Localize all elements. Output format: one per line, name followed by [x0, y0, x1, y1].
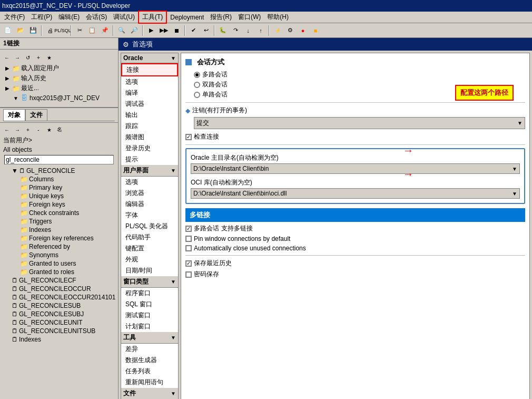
logout-select[interactable]: 提交 ▼ — [194, 117, 525, 129]
tab-object[interactable]: 对象 — [3, 109, 25, 121]
nav-item-sql-win[interactable]: SQL 窗口 — [121, 299, 178, 310]
tree-fk-references[interactable]: 📁 Foreign key references — [3, 234, 115, 242]
orange-btn[interactable]: ■ — [310, 25, 321, 36]
nav-item-test-win[interactable]: 测试窗口 — [121, 310, 178, 321]
obj-forward[interactable]: → — [13, 125, 22, 134]
radio-multi-dot[interactable] — [194, 72, 200, 78]
pin-window-checkbox[interactable] — [185, 236, 192, 242]
gl-reconcilecf[interactable]: 🗒 GL_RECONCILECF — [3, 276, 115, 285]
search-input[interactable] — [4, 155, 114, 164]
radio-single-dot[interactable] — [194, 92, 200, 98]
nav-section-tools[interactable]: 工具 ▼ — [121, 332, 178, 344]
multilink-checkbox[interactable] — [185, 226, 192, 232]
menu-reports[interactable]: 报告(R) — [207, 12, 235, 23]
radio-multi[interactable]: 多路会话 — [194, 70, 525, 79]
nav-section-window[interactable]: 窗口类型 ▼ — [121, 276, 178, 288]
nav-item-ui-options[interactable]: 选项 — [121, 177, 178, 188]
session-btn[interactable]: ⚡ — [272, 25, 283, 36]
menu-session[interactable]: 会话(S) — [83, 12, 110, 23]
gl-reconcileoccur201[interactable]: 🗒 GL_RECONCILEOCCUR201410103 — [3, 293, 115, 301]
oci-select[interactable]: D:\Oracle\Instant Client\bin\oci.dll ▼ — [191, 188, 520, 199]
commit-btn[interactable]: ✔ — [188, 25, 199, 36]
nav-item-plsql-beautifier[interactable]: PL/SQL 美化器 — [121, 221, 178, 232]
save-history-checkbox[interactable] — [185, 260, 192, 267]
nav-item-tasklist[interactable]: 任务列表 — [121, 366, 178, 377]
gl-reconcileoccur[interactable]: 🗒 GL_RECONCILEOCCUR — [3, 285, 115, 293]
nav-item-diff[interactable]: 差异 — [121, 344, 178, 355]
tree-granted-roles[interactable]: 📁 Granted to roles — [3, 268, 115, 276]
psql-btn[interactable]: PL/SQL — [57, 25, 68, 36]
nav-item-prog-win[interactable]: 程序窗口 — [121, 288, 178, 299]
tree-synonyms[interactable]: 📁 Synonyms — [3, 251, 115, 259]
tree-item-db[interactable]: ▼ 🗄 hxqc2015@JT_NC_DEV — [2, 93, 116, 103]
tree-primary-key[interactable]: 📁 Primary key — [3, 183, 115, 192]
tab-file[interactable]: 文件 — [25, 109, 47, 121]
nav-item-datetime[interactable]: 日期/时间 — [121, 265, 178, 276]
gl-indexes[interactable]: 🗒 Indexes — [3, 335, 115, 344]
tree-columns[interactable]: 📁 Columns — [3, 175, 115, 183]
step-over-btn[interactable]: ↓ — [242, 25, 254, 36]
step-btn[interactable]: ↷ — [230, 25, 241, 36]
tree-unique-keys[interactable]: 📁 Unique keys — [3, 192, 115, 200]
new-btn[interactable]: 📄 — [2, 25, 14, 36]
nav-item-options[interactable]: 选项 — [121, 76, 178, 87]
auto-close-checkbox[interactable] — [185, 245, 192, 251]
gl-root[interactable]: ▼ 🗒 GL_RECONCILE — [3, 167, 115, 175]
debug-btn[interactable]: 🐛 — [217, 25, 229, 36]
paste-btn[interactable]: 📌 — [99, 25, 111, 36]
save-history-row[interactable]: 保存最近历史 — [185, 259, 525, 268]
replace-btn[interactable]: 🔎 — [129, 25, 140, 36]
tree-foreign-keys[interactable]: 📁 Foreign keys — [3, 200, 115, 209]
obj-minus[interactable]: - — [34, 125, 43, 134]
auto-close-row[interactable]: Automatically close unused connections — [185, 245, 525, 252]
menu-tools[interactable]: 工具(T) — [138, 11, 167, 24]
nav-section-file[interactable]: 文件 ▼ — [121, 388, 178, 399]
tree-check-constraints[interactable]: 📁 Check constraints — [3, 209, 115, 217]
obj-name[interactable]: 名 — [55, 125, 64, 134]
nav-item-hints[interactable]: 提示 — [121, 154, 178, 165]
menu-window[interactable]: 窗口(W) — [235, 12, 264, 23]
run-all-btn[interactable]: ▶▶ — [158, 25, 170, 36]
nav-section-ui[interactable]: 用户界面 ▼ — [121, 165, 178, 177]
gl-reconcilesubj[interactable]: 🗒 GL_RECONCILESUBJ — [3, 310, 115, 318]
save-password-row[interactable]: 密码保存 — [185, 270, 525, 279]
nav-item-reuse[interactable]: 重新闻用语句 — [121, 377, 178, 388]
nav-item-editor[interactable]: 编辑器 — [121, 199, 178, 210]
tools-btn[interactable]: ⚙ — [284, 25, 296, 36]
menu-help[interactable]: 帮助(H) — [264, 12, 292, 23]
run-btn[interactable]: ▶ — [145, 25, 157, 36]
menu-debug[interactable]: 调试(U) — [110, 12, 138, 23]
pin-window-row[interactable]: Pin window connections by default — [185, 235, 525, 242]
save-btn[interactable]: 💾 — [27, 25, 39, 36]
gl-reconcileunitsub[interactable]: 🗒 GL_RECONCILEUNITSUB — [3, 327, 115, 335]
tree-referenced-by[interactable]: 📁 Referenced by — [3, 242, 115, 251]
forward-btn[interactable]: → — [13, 53, 22, 62]
menu-edit[interactable]: 编辑(E) — [55, 12, 83, 23]
nav-section-oracle[interactable]: Oracle ▼ — [121, 53, 178, 63]
obj-add[interactable]: + — [23, 125, 33, 134]
add-conn-btn[interactable]: + — [34, 53, 43, 62]
nav-item-compile[interactable]: 编译 — [121, 87, 178, 99]
menu-deployment[interactable]: Deployment — [167, 13, 207, 22]
nav-item-trace[interactable]: 跟踪 — [121, 121, 178, 132]
gl-reconcilesub[interactable]: 🗒 GL_RECONCILESUB — [3, 301, 115, 310]
nav-item-font[interactable]: 字体 — [121, 210, 178, 221]
nav-item-code-assistant[interactable]: 代码助手 — [121, 232, 178, 243]
search-btn[interactable]: 🔍 — [116, 25, 127, 36]
nav-item-spectrum[interactable]: 频谱图 — [121, 132, 178, 143]
refresh-btn[interactable]: ↺ — [23, 53, 33, 62]
nav-item-login-history[interactable]: 登录历史 — [121, 143, 178, 154]
menu-file[interactable]: 文件(F) — [1, 12, 28, 23]
nav-item-output[interactable]: 输出 — [121, 110, 178, 121]
star-conn-btn[interactable]: ★ — [44, 53, 54, 62]
multilink-row[interactable]: 多路会话 支持多链接 — [185, 224, 525, 233]
menu-project[interactable]: 工程(P) — [28, 12, 55, 23]
tree-indexes[interactable]: 📁 Indexes — [3, 226, 115, 234]
obj-star[interactable]: ★ — [44, 125, 54, 134]
tree-item-load-user[interactable]: ▶ 📁 载入固定用户 — [2, 63, 116, 73]
tree-item-input-history[interactable]: ▶ 📁 输入历史 — [2, 73, 116, 83]
check-conn-row[interactable]: 检查连接 — [185, 132, 525, 141]
open-btn[interactable]: 📂 — [15, 25, 26, 36]
nav-item-browser[interactable]: 浏览器 — [121, 188, 178, 199]
obj-back[interactable]: ← — [2, 125, 12, 134]
